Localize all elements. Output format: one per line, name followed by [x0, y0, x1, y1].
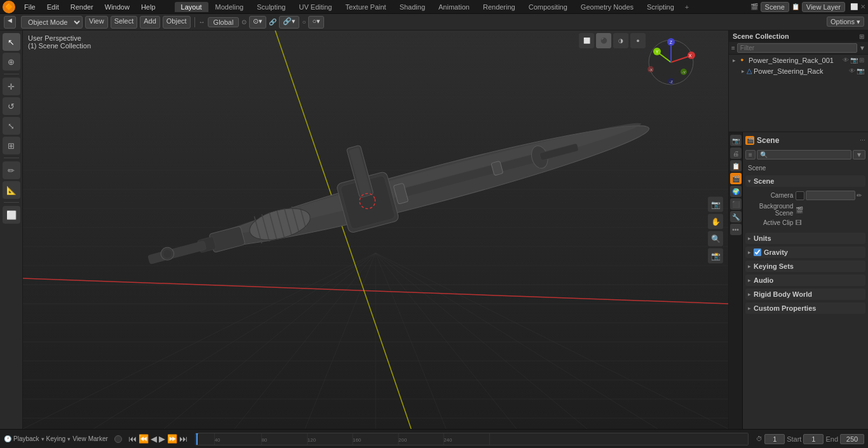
- menu-window[interactable]: Window: [100, 2, 135, 12]
- view-layer-props-icon[interactable]: 📋: [730, 160, 742, 172]
- rotate-tool[interactable]: ↺: [3, 97, 20, 115]
- cursor-tool[interactable]: ⊕: [3, 53, 20, 71]
- view-menu[interactable]: View: [85, 16, 108, 29]
- custom-props-header[interactable]: ▸ Custom Properties: [745, 302, 865, 314]
- rigid-body-header[interactable]: ▸ Rigid Body World: [745, 288, 865, 300]
- keying-menu[interactable]: Keying: [46, 435, 66, 442]
- outliner-filter-icon2[interactable]: ▼: [859, 44, 865, 51]
- snap-dropdown[interactable]: 🔗▾: [279, 16, 299, 29]
- tab-texture-paint[interactable]: Texture Paint: [339, 2, 392, 12]
- proportional-dropdown[interactable]: ○▾: [308, 16, 324, 29]
- gravity-checkbox[interactable]: [754, 248, 761, 256]
- camera-input[interactable]: [806, 191, 855, 200]
- tab-rendering[interactable]: Rendering: [477, 2, 522, 12]
- props-options-icon[interactable]: ⋯: [860, 137, 865, 144]
- playback-menu[interactable]: Playback: [13, 435, 39, 442]
- outliner-item-mesh[interactable]: ▸ △ Power_Steering_Rack 👁 📷: [729, 65, 868, 76]
- visibility-icon-2[interactable]: 👁: [849, 67, 855, 74]
- props-view-icon[interactable]: ≡: [745, 150, 756, 160]
- end-frame-input[interactable]: 250: [840, 434, 864, 444]
- menu-help[interactable]: Help: [136, 2, 161, 12]
- object-props-icon[interactable]: ⬛: [730, 198, 742, 210]
- visibility-icon[interactable]: 👁: [843, 57, 849, 64]
- tab-geometry-nodes[interactable]: Geometry Nodes: [574, 2, 640, 12]
- gravity-section-header[interactable]: ▸ Gravity: [745, 247, 865, 258]
- render-icon-2[interactable]: 📷: [857, 67, 864, 74]
- move-tool[interactable]: ✛: [3, 78, 20, 95]
- pivot-dropdown[interactable]: ⊙▾: [249, 16, 266, 29]
- current-frame-input[interactable]: 1: [764, 434, 785, 444]
- world-props-icon[interactable]: 🌍: [730, 186, 742, 197]
- expand-arrow-2: ▸: [742, 68, 745, 74]
- marker-menu[interactable]: Marker: [88, 435, 108, 442]
- active-clip-icon[interactable]: 🎞: [796, 219, 802, 226]
- scale-tool[interactable]: ⤡: [3, 117, 20, 135]
- toggle-sidebar-button[interactable]: ◀: [4, 16, 16, 29]
- output-props-icon[interactable]: 🖨: [730, 147, 742, 159]
- outliner-view-icon[interactable]: ≡: [731, 44, 735, 51]
- add-menu[interactable]: Add: [140, 16, 160, 29]
- props-filter-icon[interactable]: ▼: [853, 150, 865, 160]
- units-section-header[interactable]: ▸ Units: [745, 233, 865, 244]
- jump-end-button[interactable]: ⏭: [179, 434, 187, 444]
- particles-props-icon[interactable]: •••: [730, 224, 742, 235]
- keying-sets-header[interactable]: ▸ Keying Sets: [745, 261, 865, 272]
- tab-animation[interactable]: Animation: [432, 2, 476, 12]
- add-workspace-button[interactable]: +: [681, 2, 693, 12]
- menu-edit[interactable]: Edit: [42, 2, 64, 12]
- outliner-item-collection[interactable]: ▸ 🔸 Power_Steering_Rack_001 👁 📷 ⊞: [729, 55, 868, 65]
- scene-props-icon[interactable]: 🎬: [730, 173, 742, 184]
- annotate-tool[interactable]: ✏: [3, 161, 20, 179]
- view-layer-dropdown[interactable]: View Layer: [802, 2, 845, 12]
- start-frame-input[interactable]: 1: [803, 434, 824, 444]
- tab-layout[interactable]: Layout: [175, 2, 208, 12]
- camera-color-swatch[interactable]: [796, 191, 804, 200]
- transform-tool[interactable]: ⊞: [3, 137, 20, 154]
- playback-dropdown[interactable]: ▾: [41, 436, 44, 442]
- object-menu[interactable]: Object: [163, 16, 191, 29]
- render-icon[interactable]: 📷: [850, 57, 858, 64]
- jump-start-button[interactable]: ⏮: [128, 434, 137, 444]
- modifier-props-icon[interactable]: 🔧: [730, 211, 742, 222]
- timeline-clock-icon[interactable]: 🕐: [4, 435, 11, 442]
- timeline: 🕐 Playback ▾ Keying ▾ View Marker ⏮ ⏪ ◀ …: [0, 429, 868, 448]
- scene-section-header[interactable]: ▾ Scene: [745, 175, 865, 187]
- viewport[interactable]: User Perspective (1) Scene Collection X …: [23, 31, 728, 429]
- camera-edit-icon[interactable]: ✏: [857, 192, 862, 199]
- tab-modeling[interactable]: Modeling: [209, 2, 250, 12]
- outliner-search-input[interactable]: [737, 43, 857, 53]
- fps-icon[interactable]: ⏱: [756, 435, 763, 442]
- tab-compositing[interactable]: Compositing: [522, 2, 574, 12]
- options-button[interactable]: Options ▾: [827, 17, 864, 27]
- tab-uv-editing[interactable]: UV Editing: [292, 2, 338, 12]
- play-button[interactable]: ▶: [159, 434, 165, 444]
- step-forward-button[interactable]: ⏩: [167, 434, 177, 444]
- record-button[interactable]: [114, 435, 122, 443]
- step-back-button[interactable]: ⏪: [139, 434, 149, 444]
- tab-sculpting[interactable]: Sculpting: [250, 2, 292, 12]
- timeline-ruler[interactable]: 40 80 120 160 200 240: [195, 433, 749, 445]
- add-cube-tool[interactable]: ⬜: [3, 206, 20, 224]
- fullscreen-icon[interactable]: ⬜: [850, 3, 858, 10]
- menu-file[interactable]: File: [19, 2, 41, 12]
- select-tool[interactable]: ↖: [3, 33, 20, 51]
- measure-tool[interactable]: 📐: [3, 181, 20, 199]
- close-icon[interactable]: ✕: [860, 3, 865, 10]
- view-layer-icon: 📋: [792, 3, 799, 10]
- tab-scripting[interactable]: Scripting: [641, 2, 681, 12]
- background-scene-icon[interactable]: 🎬: [796, 207, 803, 214]
- scene-dropdown[interactable]: Scene: [761, 2, 789, 12]
- menu-render[interactable]: Render: [65, 2, 98, 12]
- filter-icon[interactable]: ⊞: [859, 57, 864, 64]
- keying-dropdown[interactable]: ▾: [67, 436, 71, 442]
- object-mode-select[interactable]: Object Mode: [21, 16, 83, 29]
- select-menu[interactable]: Select: [111, 16, 138, 29]
- outliner-filter-icon[interactable]: ⊞: [859, 33, 864, 40]
- audio-section-header[interactable]: ▸ Audio: [745, 275, 865, 286]
- timeline-view-menu[interactable]: View: [72, 435, 86, 442]
- play-reverse-button[interactable]: ◀: [151, 434, 157, 444]
- props-search-input[interactable]: [757, 150, 851, 160]
- transform-dropdown[interactable]: Global: [208, 17, 240, 27]
- tab-shading[interactable]: Shading: [393, 2, 431, 12]
- render-props-icon[interactable]: 📷: [730, 135, 742, 146]
